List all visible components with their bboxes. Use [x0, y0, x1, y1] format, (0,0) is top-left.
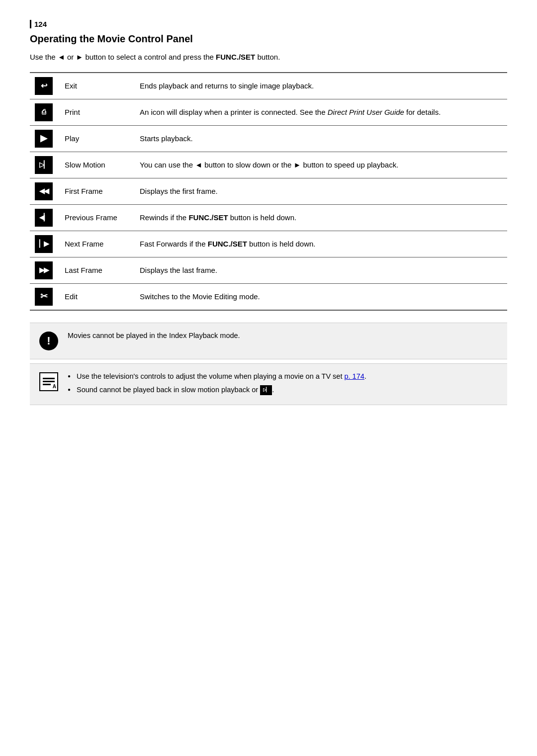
notices-container: ! Movies cannot be played in the Index P…	[30, 323, 507, 406]
edit-icon-cell: ✂	[30, 283, 58, 310]
note-list: Use the television's controls to adjust …	[68, 371, 366, 396]
warning-notice: ! Movies cannot be played in the Index P…	[30, 323, 507, 359]
intro-text-after: button to select a control and press the	[85, 53, 214, 61]
play-name: Play	[58, 125, 135, 152]
arrow-left-intro: ◄	[58, 53, 67, 61]
intro-text-before: Use the	[30, 53, 56, 61]
table-row: ▷▏ Slow Motion You can use the ◄ button …	[30, 152, 507, 178]
exit-icon: ↩	[35, 77, 53, 95]
slow-motion-inline-icon: ▷▏	[260, 385, 272, 395]
play-desc: Starts playback.	[135, 125, 507, 152]
note-icon: A	[39, 372, 58, 391]
note-item-1-before: Use the television's controls to adjust …	[77, 372, 344, 380]
table-row: ⎙ Print An icon will display when a prin…	[30, 99, 507, 125]
last-frame-icon: ▶▶	[35, 261, 53, 279]
print-icon: ⎙	[35, 103, 53, 121]
next-frame-name: Next Frame	[58, 231, 135, 257]
print-desc: An icon will display when a printer is c…	[135, 99, 507, 125]
print-icon-cell: ⎙	[30, 99, 58, 125]
table-row: ▶▶ Last Frame Displays the last frame.	[30, 257, 507, 283]
control-table: ↩ Exit Ends playback and returns to sing…	[30, 72, 507, 311]
prev-frame-icon-cell: ◀▏	[30, 204, 58, 231]
first-frame-icon: ◀◀	[35, 182, 53, 200]
note-icon-wrap: A	[38, 371, 60, 393]
func-set-label: FUNC./SET	[216, 53, 255, 61]
last-frame-name: Last Frame	[58, 257, 135, 283]
prev-frame-name: Previous Frame	[58, 204, 135, 231]
table-row: ✂ Edit Switches to the Movie Editing mod…	[30, 283, 507, 310]
last-frame-icon-cell: ▶▶	[30, 257, 58, 283]
next-frame-desc: Fast Forwards if the FUNC./SET button is…	[135, 231, 507, 257]
table-row: ▏▶ Next Frame Fast Forwards if the FUNC.…	[30, 231, 507, 257]
play-icon-cell: ▶	[30, 125, 58, 152]
page-number: 124	[30, 20, 47, 28]
edit-name: Edit	[58, 283, 135, 310]
first-frame-icon-cell: ◀◀	[30, 178, 58, 204]
next-frame-icon-cell: ▏▶	[30, 231, 58, 257]
next-frame-icon: ▏▶	[35, 235, 53, 253]
table-row: ▶ Play Starts playback.	[30, 125, 507, 152]
exit-icon-cell: ↩	[30, 73, 58, 99]
note-link[interactable]: p. 174	[344, 372, 364, 380]
slow-motion-name: Slow Motion	[58, 152, 135, 178]
note-item-2: Sound cannot be played back in slow moti…	[77, 386, 274, 394]
warning-message: Movies cannot be played in the Index Pla…	[68, 332, 240, 339]
table-row: ↩ Exit Ends playback and returns to sing…	[30, 73, 507, 99]
list-item: Sound cannot be played back in slow moti…	[68, 384, 366, 395]
print-name: Print	[58, 99, 135, 125]
edit-desc: Switches to the Movie Editing mode.	[135, 283, 507, 310]
first-frame-desc: Displays the first frame.	[135, 178, 507, 204]
last-frame-desc: Displays the last frame.	[135, 257, 507, 283]
slow-motion-icon-cell: ▷▏	[30, 152, 58, 178]
note-text: Use the television's controls to adjust …	[68, 371, 366, 398]
exit-name: Exit	[58, 73, 135, 99]
note-line-2	[43, 381, 55, 382]
first-frame-name: First Frame	[58, 178, 135, 204]
note-line-3	[43, 384, 51, 385]
intro-connector: or	[67, 53, 74, 61]
table-row: ◀▏ Previous Frame Rewinds if the FUNC./S…	[30, 204, 507, 231]
note-line-1	[43, 378, 55, 379]
warning-icon-wrap: !	[38, 330, 60, 352]
prev-frame-icon: ◀▏	[35, 209, 53, 227]
prev-frame-desc: Rewinds if the FUNC./SET button is held …	[135, 204, 507, 231]
note-notice: A Use the television's controls to adjus…	[30, 363, 507, 406]
note-icon-letter: A	[53, 384, 56, 389]
table-row: ◀◀ First Frame Displays the first frame.	[30, 178, 507, 204]
exit-desc: Ends playback and returns to single imag…	[135, 73, 507, 99]
note-item-1-after: .	[364, 372, 366, 380]
section-title: Operating the Movie Control Panel	[30, 33, 507, 45]
edit-icon: ✂	[35, 288, 53, 306]
arrow-right-intro: ►	[76, 53, 85, 61]
intro-text-end: button.	[257, 53, 280, 61]
list-item: Use the television's controls to adjust …	[68, 371, 366, 382]
warning-text: Movies cannot be played in the Index Pla…	[68, 330, 240, 341]
intro-text: Use the ◄ or ► button to select a contro…	[30, 52, 507, 63]
slow-motion-desc: You can use the ◄ button to slow down or…	[135, 152, 507, 178]
warning-icon: !	[39, 332, 58, 350]
slow-motion-icon: ▷▏	[35, 156, 53, 174]
play-icon: ▶	[35, 130, 53, 148]
